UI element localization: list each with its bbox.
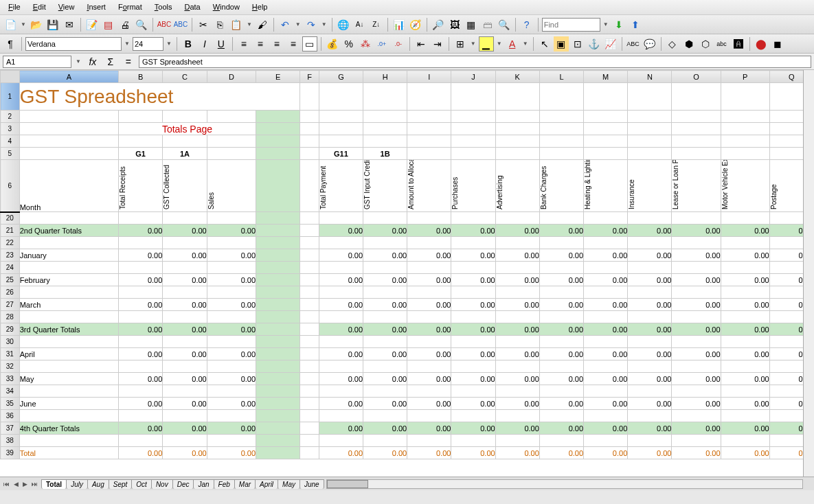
textbox-icon[interactable]: ABC [626, 36, 641, 51]
paste-dropdown-icon[interactable]: ▼ [245, 21, 253, 27]
new-dropdown-icon[interactable]: ▼ [19, 21, 27, 27]
sheet-tab-july[interactable]: July [66, 479, 88, 489]
row-header-1[interactable]: 1 [1, 83, 20, 111]
callout-icon[interactable]: 💬 [642, 36, 657, 51]
sheet-tab-dec[interactable]: Dec [172, 479, 194, 489]
align-center-icon[interactable]: ≡ [253, 36, 268, 51]
menu-data[interactable]: Data [179, 1, 205, 13]
dec-indent-icon[interactable]: ⇤ [414, 36, 429, 51]
sheet-tab-sept[interactable]: Sept [109, 479, 133, 489]
fontwork-icon[interactable]: 🅰 [731, 36, 746, 51]
anchor-icon[interactable]: ⚓ [587, 36, 602, 51]
record-icon[interactable]: ⬤ [754, 36, 769, 51]
font-dropdown-icon[interactable]: ▼ [123, 41, 131, 47]
align-justify-icon[interactable]: ≡ [286, 36, 301, 51]
row-label-31[interactable]: April [19, 348, 118, 360]
row-label-35[interactable]: June [19, 398, 118, 410]
bgcolor-icon[interactable]: ▁ [479, 36, 494, 51]
new-doc-icon[interactable]: 📄 [3, 17, 18, 32]
copy-icon[interactable]: ⎘ [212, 17, 227, 32]
col-header-F[interactable]: F [300, 71, 319, 83]
row-label-30[interactable] [19, 336, 118, 348]
find-prev-icon[interactable]: ⬆ [628, 17, 643, 32]
row-label-36[interactable] [19, 410, 118, 422]
menu-help[interactable]: Help [247, 1, 273, 13]
formula-input[interactable] [139, 56, 811, 68]
menu-insert[interactable]: Insert [81, 1, 111, 13]
percent-icon[interactable]: % [341, 36, 357, 51]
col-header-M[interactable]: M [584, 71, 628, 83]
row-label-24[interactable] [19, 262, 118, 274]
chart-icon[interactable]: 📊 [392, 17, 407, 32]
shapes3-icon[interactable]: ⬡ [698, 36, 713, 51]
open-icon[interactable]: 📂 [29, 17, 44, 32]
find-next-icon[interactable]: ⬇ [611, 17, 626, 32]
select-all-corner[interactable] [1, 71, 20, 83]
col-header-O[interactable]: O [672, 71, 721, 83]
row-label-34[interactable] [19, 385, 118, 398]
email-icon[interactable]: ✉ [62, 17, 77, 32]
menu-view[interactable]: View [53, 1, 80, 13]
tab-next-icon[interactable]: ▶ [21, 481, 30, 488]
size-dropdown-icon[interactable]: ▼ [165, 41, 173, 47]
sheet-tab-oct[interactable]: Oct [131, 479, 152, 489]
text-effects-icon[interactable]: abc [714, 36, 730, 51]
row-label-38[interactable] [19, 435, 118, 447]
find-input[interactable] [542, 18, 600, 32]
spellcheck-icon[interactable]: ABC [157, 17, 172, 32]
print-icon[interactable]: 🖨 [117, 17, 133, 32]
namebox-dropdown-icon[interactable]: ▼ [74, 58, 82, 65]
group-icon[interactable]: ⊡ [570, 36, 585, 51]
sheet-tab-jan[interactable]: Jan [193, 479, 214, 489]
autospell-icon[interactable]: ABC [173, 17, 188, 32]
horizontal-scrollbar[interactable] [326, 479, 803, 489]
col-header-B[interactable]: B [118, 71, 162, 83]
bold-icon[interactable]: B [181, 36, 196, 51]
sheet-tab-mar[interactable]: Mar [234, 479, 256, 489]
del-decimal-icon[interactable]: .0- [391, 36, 406, 51]
name-box[interactable] [3, 56, 71, 68]
shapes2-icon[interactable]: ⬢ [681, 36, 697, 51]
sheet-tab-aug[interactable]: Aug [87, 479, 109, 489]
font-name-combo[interactable] [25, 37, 122, 51]
find-dropdown-icon[interactable]: ▼ [602, 21, 610, 27]
redo-dropdown-icon[interactable]: ▼ [320, 21, 328, 27]
font-size-combo[interactable] [133, 37, 163, 51]
col-header-L[interactable]: L [539, 71, 583, 83]
col-header-C[interactable]: C [163, 71, 207, 83]
pdf-icon[interactable]: ▤ [101, 17, 116, 32]
sort-asc-icon[interactable]: A↓ [352, 17, 368, 32]
fontcolor-icon[interactable]: A [505, 36, 520, 51]
row-label-39[interactable]: Total [19, 447, 118, 459]
spreadsheet-grid[interactable]: ABCDEFGHIJKLMNOPQ1GST Spreadsheet23Total… [0, 70, 814, 477]
navigator-icon[interactable]: 🧭 [408, 17, 423, 32]
undo-dropdown-icon[interactable]: ▼ [294, 21, 302, 27]
month-label[interactable]: Month [19, 160, 118, 212]
row-label-33[interactable]: May [19, 373, 118, 385]
fx-icon[interactable]: fx [85, 54, 100, 69]
menu-format[interactable]: Format [113, 1, 148, 13]
sheet-tab-june[interactable]: June [299, 479, 324, 489]
chart2-icon[interactable]: 📈 [603, 36, 618, 51]
datapilot-icon[interactable]: 🗃 [480, 17, 495, 32]
sort-desc-icon[interactable]: Z↓ [369, 17, 384, 32]
undo-icon[interactable]: ↶ [278, 17, 293, 32]
row-label-22[interactable] [19, 237, 118, 249]
row-label-25[interactable]: February [19, 274, 118, 286]
tab-first-icon[interactable]: ⏮ [1, 481, 12, 488]
col-header-D[interactable]: D [207, 71, 256, 83]
zoom-icon[interactable]: 🔍 [497, 17, 512, 32]
number-std-icon[interactable]: ⁂ [358, 36, 373, 51]
col-header-P[interactable]: P [721, 71, 769, 83]
menu-file[interactable]: File [3, 1, 26, 13]
col-header-N[interactable]: N [628, 71, 672, 83]
menu-window[interactable]: Window [207, 1, 245, 13]
row-label-32[interactable] [19, 360, 118, 373]
col-header-A[interactable]: A [19, 71, 118, 83]
align-right-icon[interactable]: ≡ [269, 36, 284, 51]
col-header-J[interactable]: J [451, 71, 495, 83]
cut-icon[interactable]: ✂ [196, 17, 211, 32]
shapes1-icon[interactable]: ◇ [665, 36, 680, 51]
save-icon[interactable]: 💾 [45, 17, 60, 32]
find-icon[interactable]: 🔎 [431, 17, 446, 32]
